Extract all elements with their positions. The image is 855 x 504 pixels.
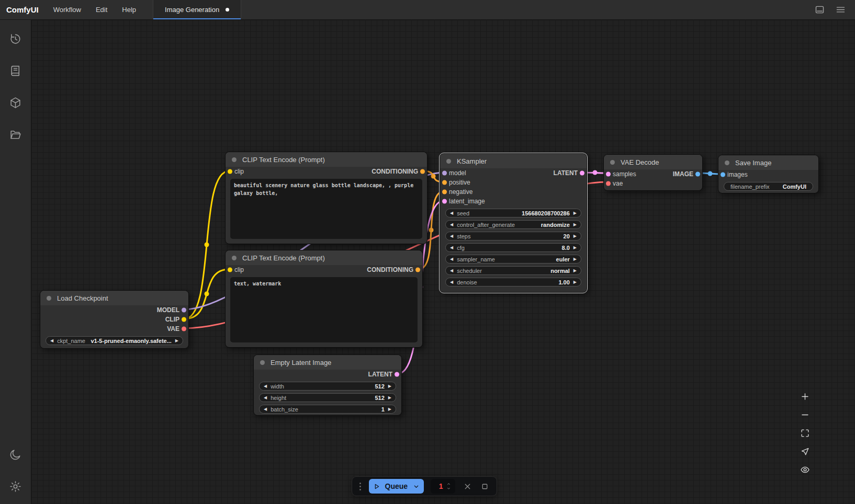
node-header[interactable]: CLIP Text Encode (Prompt) — [226, 152, 427, 167]
widget-left-arrow-icon[interactable]: ◀ — [450, 257, 453, 261]
widget-left-arrow-icon[interactable]: ◀ — [450, 234, 453, 238]
widget-right-arrow-icon[interactable]: ▶ — [573, 269, 577, 273]
widget-left-arrow-icon[interactable]: ◀ — [264, 396, 267, 400]
widget-left-arrow-icon[interactable]: ◀ — [50, 339, 53, 343]
widget-width[interactable]: ◀width512▶ — [259, 382, 396, 391]
node-clip-text-encode-positive[interactable]: CLIP Text Encode (Prompt)clipCONDITIONIN… — [225, 152, 428, 244]
workflows-folder-icon[interactable] — [4, 123, 27, 146]
output-port-CONDITIONING[interactable] — [420, 169, 425, 174]
output-port-VAE[interactable] — [182, 327, 186, 331]
menu-help[interactable]: Help — [115, 0, 143, 19]
widget-right-arrow-icon[interactable]: ▶ — [573, 257, 577, 261]
input-port-images[interactable] — [721, 173, 725, 177]
input-port-negative[interactable] — [442, 190, 447, 194]
node-header[interactable]: VAE Decode — [604, 155, 702, 169]
widget-right-arrow-icon[interactable]: ▶ — [573, 246, 577, 250]
menu-workflow[interactable]: Workflow — [46, 0, 88, 19]
node-vae-decode[interactable]: VAE DecodesamplesIMAGEvae — [603, 154, 703, 191]
widget-right-arrow-icon[interactable]: ▶ — [388, 407, 391, 411]
widget-height[interactable]: ◀height512▶ — [259, 393, 396, 402]
node-header[interactable]: KSampler — [440, 154, 587, 168]
menu-edit[interactable]: Edit — [88, 0, 115, 19]
widget-left-arrow-icon[interactable]: ◀ — [450, 246, 453, 250]
widget-right-arrow-icon[interactable]: ▶ — [573, 223, 577, 227]
widget-right-arrow-icon[interactable]: ▶ — [388, 396, 391, 400]
toggle-bottom-panel-icon[interactable] — [809, 0, 830, 19]
drag-handle-icon[interactable] — [358, 482, 362, 491]
input-port-positive[interactable] — [442, 180, 447, 185]
widget-right-arrow-icon[interactable]: ▶ — [388, 384, 391, 388]
widget-batch_size[interactable]: ◀batch_size1▶ — [259, 405, 396, 414]
node-load-checkpoint[interactable]: Load CheckpointMODELCLIPVAE◀ckpt_namev1-… — [40, 290, 189, 349]
select-mode-cursor-icon[interactable] — [797, 445, 812, 457]
widget-filename_prefix[interactable]: filename_prefixComfyUI — [724, 182, 813, 191]
node-empty-latent-image[interactable]: Empty Latent ImageLATENT◀width512▶◀heigh… — [253, 354, 402, 416]
input-port-latent_image[interactable] — [442, 199, 447, 204]
widget-left-arrow-icon[interactable]: ◀ — [450, 211, 453, 215]
widget-left-arrow-icon[interactable]: ◀ — [450, 269, 453, 273]
theme-toggle-moon-icon[interactable] — [4, 443, 27, 466]
prompt-textarea[interactable]: beautiful scenery nature glass bottle la… — [230, 179, 422, 239]
widget-label: cfg — [457, 245, 465, 251]
widget-right-arrow-icon[interactable]: ▶ — [573, 234, 577, 238]
widget-right-arrow-icon[interactable]: ▶ — [573, 211, 577, 215]
stepper-up-icon[interactable] — [445, 482, 452, 486]
node-header[interactable]: Empty Latent Image — [254, 355, 401, 370]
input-port-samples[interactable] — [606, 172, 611, 177]
widget-control_after_generate[interactable]: ◀control_after_generaterandomize▶ — [445, 220, 581, 229]
zoom-out-icon[interactable] — [797, 408, 812, 421]
input-port-vae[interactable] — [606, 181, 611, 186]
node-header[interactable]: Save Image — [718, 155, 818, 170]
widget-denoise[interactable]: ◀denoise1.00▶ — [445, 278, 581, 287]
widget-sampler_name[interactable]: ◀sampler_nameeuler▶ — [445, 255, 581, 264]
widget-ckpt_name[interactable]: ◀ckpt_namev1-5-pruned-emaonly.safete...▶ — [46, 336, 183, 345]
widget-left-arrow-icon[interactable]: ◀ — [264, 384, 267, 388]
history-icon[interactable] — [4, 27, 27, 50]
clear-queue-square-icon[interactable] — [479, 480, 490, 492]
collapse-dot-icon[interactable] — [47, 296, 51, 301]
node-library-icon[interactable] — [4, 59, 27, 82]
stepper-down-icon[interactable] — [445, 486, 452, 491]
collapse-dot-icon[interactable] — [232, 157, 237, 162]
widget-left-arrow-icon[interactable]: ◀ — [264, 407, 267, 411]
widget-left-arrow-icon[interactable]: ◀ — [450, 223, 453, 227]
widget-left-arrow-icon[interactable]: ◀ — [450, 280, 453, 284]
widget-scheduler[interactable]: ◀schedulernormal▶ — [445, 266, 581, 275]
hamburger-menu-icon[interactable] — [830, 0, 851, 19]
toggle-link-visibility-eye-icon[interactable] — [797, 463, 812, 476]
collapse-dot-icon[interactable] — [725, 161, 729, 165]
node-save-image[interactable]: Save Imageimagesfilename_prefixComfyUI — [718, 155, 819, 193]
input-port-clip[interactable] — [228, 268, 232, 272]
widget-cfg[interactable]: ◀cfg8.0▶ — [445, 243, 581, 252]
node-header[interactable]: CLIP Text Encode (Prompt) — [226, 250, 422, 265]
output-port-IMAGE[interactable] — [695, 172, 700, 177]
node-ksampler[interactable]: KSamplermodelLATENTpositivenegativelaten… — [440, 153, 587, 293]
output-port-MODEL[interactable] — [182, 308, 186, 313]
output-port-LATENT[interactable] — [580, 171, 584, 176]
zoom-in-icon[interactable] — [797, 390, 812, 403]
queue-button[interactable]: Queue — [369, 479, 424, 494]
widget-seed[interactable]: ◀seed156680208700286▶ — [445, 209, 581, 217]
input-port-clip[interactable] — [228, 169, 232, 174]
workflow-tab[interactable]: Image Generation — [153, 0, 241, 19]
input-port-model[interactable] — [442, 171, 447, 176]
widget-right-arrow-icon[interactable]: ▶ — [573, 280, 577, 284]
widget-right-arrow-icon[interactable]: ▶ — [175, 339, 178, 343]
interrupt-x-icon[interactable] — [462, 480, 473, 492]
batch-count-input[interactable]: 1 — [431, 479, 455, 494]
output-port-CLIP[interactable] — [182, 317, 186, 322]
prompt-textarea[interactable]: text, watermark — [230, 277, 418, 342]
collapse-dot-icon[interactable] — [446, 159, 451, 164]
model-library-icon[interactable] — [4, 91, 27, 114]
settings-gear-icon[interactable] — [4, 475, 27, 498]
collapse-dot-icon[interactable] — [260, 360, 265, 365]
output-port-LATENT[interactable] — [395, 372, 399, 377]
fit-view-icon[interactable] — [797, 427, 812, 439]
node-clip-text-encode-negative[interactable]: CLIP Text Encode (Prompt)clipCONDITIONIN… — [225, 250, 423, 348]
output-port-CONDITIONING[interactable] — [415, 268, 420, 272]
widget-steps[interactable]: ◀steps20▶ — [445, 232, 581, 240]
collapse-dot-icon[interactable] — [232, 256, 237, 260]
app-logo[interactable]: ComfyUI — [0, 0, 46, 19]
collapse-dot-icon[interactable] — [610, 160, 615, 165]
node-header[interactable]: Load Checkpoint — [40, 291, 188, 305]
